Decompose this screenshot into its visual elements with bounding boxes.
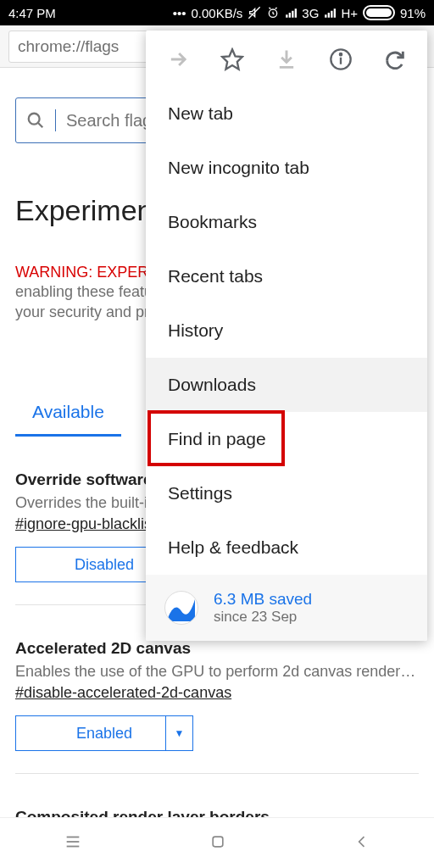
status-speed: 0.00KB/s [191,6,242,20]
recents-button[interactable] [64,832,82,854]
svg-line-3 [38,123,43,128]
info-icon[interactable] [329,47,353,71]
flag-select[interactable]: Enabled ▼ [15,715,193,751]
svg-rect-11 [213,837,223,847]
reload-icon[interactable] [383,47,407,71]
text-cursor [55,109,56,131]
status-net2: H+ [341,6,358,20]
svg-marker-4 [222,49,242,69]
menu-help-feedback[interactable]: Help & feedback [146,520,427,575]
menu-new-incognito[interactable]: New incognito tab [146,141,427,195]
menu-find-in-page[interactable]: Find in page [146,412,427,466]
dots-icon: ••• [173,6,186,20]
menu-recent-tabs[interactable]: Recent tabs [146,249,427,303]
search-icon [26,111,45,130]
flag-value: Disabled [75,556,134,574]
menu-new-tab[interactable]: New tab [146,86,427,141]
signal-icon-2 [324,7,336,19]
flag-tag[interactable]: #disable-accelerated-2d-canvas [15,684,419,702]
alarm-icon [266,6,280,19]
menu-icon-row [146,31,427,86]
divider [15,773,419,774]
chevron-down-icon: ▼ [165,716,192,750]
flag-value: Enabled [76,725,132,743]
home-button[interactable] [209,833,226,854]
status-net1: 3G [302,6,319,20]
menu-data-saver[interactable]: 6.3 MB saved since 23 Sep [146,575,427,641]
svg-point-7 [340,53,342,55]
download-icon[interactable] [275,47,298,71]
signal-icon-1 [285,7,297,19]
data-saver-icon [164,591,198,625]
battery-icon [363,5,395,20]
mute-icon [248,6,261,19]
menu-downloads[interactable]: Downloads [146,358,427,412]
flag-desc: Enables the use of the GPU to perform 2d… [15,663,419,681]
status-time: 4:47 PM [8,6,56,20]
data-saved-since: since 23 Sep [214,609,312,626]
flag-title: Accelerated 2D canvas [15,639,419,658]
flag-item: Accelerated 2D canvas Enables the use of… [15,639,419,751]
back-button[interactable] [353,833,370,854]
menu-history[interactable]: History [146,303,427,358]
warning-red: WARNING: EXPERI [15,264,153,281]
android-navbar [0,817,434,868]
forward-icon[interactable] [166,47,190,71]
svg-point-2 [29,114,40,125]
data-saved-amount: 6.3 MB saved [214,590,312,609]
status-battery: 91% [400,6,426,20]
menu-bookmarks[interactable]: Bookmarks [146,195,427,249]
menu-settings[interactable]: Settings [146,466,427,520]
overflow-menu: New tab New incognito tab Bookmarks Rece… [146,31,427,641]
status-bar: 4:47 PM ••• 0.00KB/s 3G H+ 91% [0,0,434,25]
tab-available[interactable]: Available [15,390,121,437]
star-icon[interactable] [220,47,244,71]
status-right: ••• 0.00KB/s 3G H+ 91% [173,5,426,20]
url-text: chrome://flags [18,37,119,56]
